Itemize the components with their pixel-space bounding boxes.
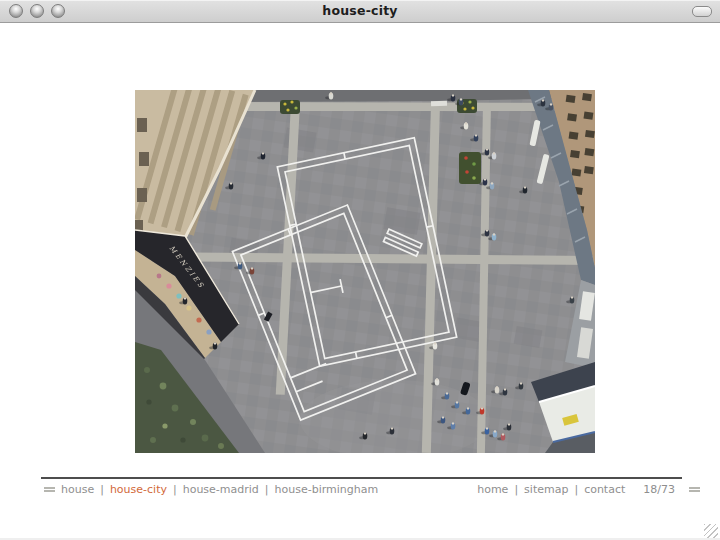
nav-link-house-birmingham[interactable]: house-birmingham (275, 483, 379, 496)
nav-separator: | (173, 483, 177, 496)
nav-link-home[interactable]: home (477, 483, 508, 496)
footer-divider (41, 477, 682, 479)
nav-link-house-city[interactable]: house-city (110, 483, 167, 496)
footer-left-nav: house | house-city | house-madrid | hous… (44, 483, 378, 496)
footer-right-nav: home | sitemap | contact 18/73 (477, 483, 700, 496)
nav-separator: | (100, 483, 104, 496)
browser-window: house-city (0, 0, 720, 540)
nav-link-sitemap[interactable]: sitemap (524, 483, 568, 496)
nav-marker-icon (44, 486, 55, 493)
nav-separator: | (265, 483, 269, 496)
nav-link-house-madrid[interactable]: house-madrid (183, 483, 259, 496)
window-titlebar: house-city (0, 0, 720, 23)
nav-link-house[interactable]: house (61, 483, 94, 496)
page-counter: 18/73 (643, 483, 675, 496)
nav-separator: | (514, 483, 518, 496)
hero-photo: MENZIES (135, 90, 595, 453)
window-title: house-city (0, 3, 720, 18)
resize-grip[interactable] (704, 524, 718, 538)
toolbar-toggle-button[interactable] (692, 6, 712, 17)
nav-link-contact[interactable]: contact (584, 483, 625, 496)
nav-separator: | (574, 483, 578, 496)
bench (431, 101, 447, 107)
footer-marker-icon (689, 486, 700, 493)
